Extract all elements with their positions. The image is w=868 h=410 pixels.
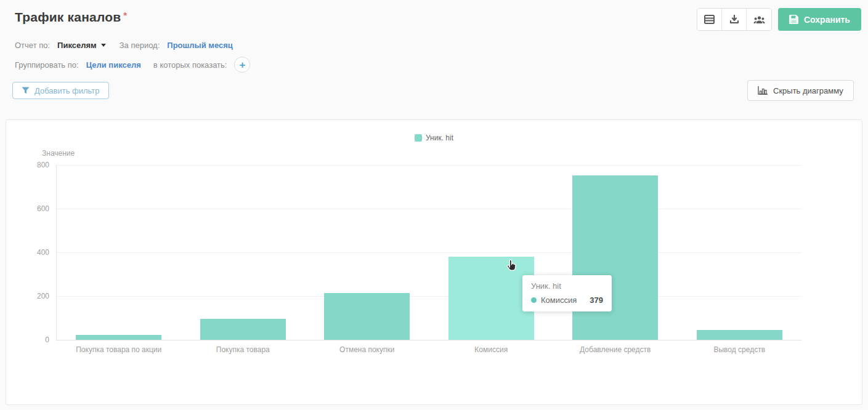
chart-legend[interactable]: Уник. hit (6, 134, 862, 142)
y-tick-label: 400 (37, 248, 49, 257)
bar-5[interactable] (572, 175, 658, 340)
report-by-label: Отчет по: (15, 41, 50, 50)
y-tick-label: 600 (37, 204, 49, 213)
download-icon (729, 15, 739, 25)
add-filter-button[interactable]: Добавить фильтр (12, 82, 109, 99)
plot-area: 0200400600800Покупка товара по акцииПоку… (56, 165, 801, 340)
x-category-label: Покупка товара (216, 345, 270, 354)
x-category-label: Добавление средств (580, 345, 651, 354)
bar-6[interactable] (697, 330, 782, 340)
tooltip-series-dot (531, 297, 537, 303)
required-asterisk: * (123, 10, 127, 20)
bar-4[interactable] (448, 257, 534, 340)
chart-tooltip: Уник. hit Комиссия 379 (522, 275, 612, 312)
y-tick-label: 200 (37, 292, 49, 300)
x-category-label: Вывод средств (713, 345, 765, 354)
bar-2[interactable] (200, 319, 286, 340)
bar-3[interactable] (324, 293, 410, 340)
period-value-link[interactable]: Прошлый месяц (167, 41, 233, 50)
grouping-row: Группировать по: Цели пикселя в которых … (15, 57, 250, 73)
save-button[interactable]: Сохранить (778, 8, 861, 31)
report-settings-row: Отчет по: Пикселям За период: Прошлый ме… (15, 41, 233, 50)
report-by-value: Пикселям (57, 41, 97, 50)
header-icon-button-group (697, 8, 772, 31)
report-by-select[interactable]: Пикселям (57, 41, 106, 50)
page-title-text: Трафик каналов (15, 10, 121, 24)
period-label: За период: (120, 41, 160, 50)
legend-label: Уник. hit (426, 134, 453, 142)
group-by-value-link[interactable]: Цели пикселя (86, 60, 141, 70)
table-icon (704, 15, 715, 24)
hide-chart-button[interactable]: Скрыть диаграмму (747, 80, 854, 101)
gridline (57, 209, 801, 209)
chart-panel: Уник. hit Значение 0200400600800Покупка … (6, 119, 862, 405)
bar-1[interactable] (76, 335, 161, 340)
gridline (57, 252, 801, 253)
plus-icon: + (239, 59, 245, 71)
y-axis-title: Значение (42, 149, 75, 158)
table-view-button[interactable] (697, 9, 722, 30)
add-filter-label: Добавить фильтр (34, 86, 100, 95)
filter-icon (22, 87, 30, 95)
tooltip-value: 379 (590, 295, 603, 305)
x-category-label: Комиссия (474, 345, 508, 354)
tooltip-series-name: Уник. hit (531, 281, 603, 291)
y-tick-label: 0 (45, 336, 49, 344)
gridline (57, 165, 801, 166)
page-title: Трафик каналов* (15, 10, 127, 25)
download-button[interactable] (722, 9, 747, 30)
group-by-label: Группировать по: (15, 60, 79, 70)
save-icon (789, 15, 798, 24)
users-icon (753, 15, 765, 24)
add-goal-button[interactable]: + (234, 57, 250, 73)
y-tick-label: 800 (37, 161, 49, 169)
tooltip-category: Комиссия (541, 295, 577, 305)
show-in-label: в которых показать: (153, 60, 227, 70)
chevron-down-icon (101, 44, 106, 47)
gridline (57, 296, 801, 297)
users-button[interactable] (747, 9, 771, 30)
x-category-label: Отмена покупки (339, 345, 394, 354)
legend-swatch (415, 134, 422, 142)
x-category-label: Покупка товара по акции (76, 345, 161, 354)
save-button-label: Сохранить (804, 15, 850, 25)
hide-chart-label: Скрыть диаграмму (773, 86, 843, 95)
bar-chart-icon (758, 86, 768, 95)
